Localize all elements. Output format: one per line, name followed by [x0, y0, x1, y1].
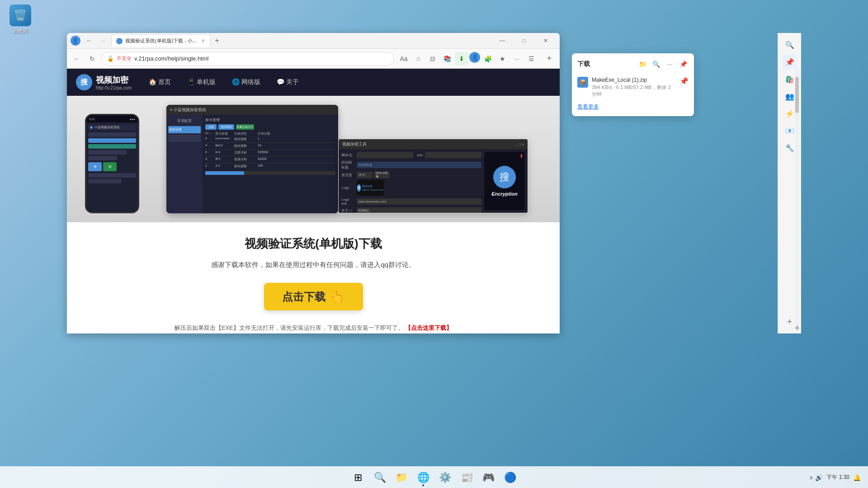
nav-about[interactable]: 💬 关于 [273, 76, 302, 88]
refresh-btn[interactable]: ↻ [86, 52, 99, 65]
sidebar-favorites-btn[interactable]: 📌 [783, 55, 797, 69]
file-explorer-icon: 📁 [396, 472, 408, 483]
browser-profile-avatar[interactable]: 👤 [71, 36, 80, 46]
speakers-icon[interactable]: 🔊 [815, 474, 823, 481]
browser-back-btn[interactable]: ← [84, 36, 94, 46]
split-view-btn[interactable]: ⊟ [426, 52, 439, 66]
edge2-icon: 🔵 [504, 472, 516, 483]
maximize-btn[interactable]: □ [514, 33, 534, 48]
widgets-btn[interactable]: 📰 [457, 468, 476, 488]
taskbar-center: ⊞ 🔍 📁 🌐 ⚙️ 📰 🎮 🔵 [348, 468, 520, 488]
download-file-meta: 394 KB/s · 6.1 MB/57.2 MB，剩余 2 分钟 [592, 84, 676, 98]
browser-addressbar: ← ↻ 🔓 不安全 v.21rpa.com/help/single.html A… [67, 49, 560, 69]
read-mode-btn[interactable]: Aa [397, 52, 410, 66]
download-file-name: MakeExe_Local (1).zip [592, 77, 676, 83]
notification-icon[interactable]: 🔔 [853, 474, 861, 481]
settings-taskbar-btn[interactable]: ⚙️ [435, 468, 455, 488]
collections-btn[interactable]: 📚 [440, 52, 454, 66]
minimize-btn[interactable]: — [492, 33, 513, 48]
hero-section: 9:41●●● 小蓝视频加密系统 [67, 96, 560, 222]
download-file-icon: 📦 [577, 77, 588, 88]
browser-forward-btn[interactable]: → [98, 36, 108, 46]
site-navbar: 搜 视频加密 http://v.21rpa.com 🏠 首页 📱 单机版 🌐 网… [67, 69, 560, 96]
main-screenshot: ≡ 小蓝视频加密系统 常用配置 系统设置 加卡管理 全部 [166, 105, 338, 213]
system-tray-icons: ∧ 🔊 [809, 474, 823, 481]
chevron-icon[interactable]: ∧ [809, 474, 813, 481]
download-note: 解压后如果双击【EXE】文件无法打开，请先安装运行库，下载完成后安装一下即可了。… [85, 324, 542, 332]
start-button[interactable]: ⊞ [348, 468, 368, 488]
nav-home[interactable]: 🏠 首页 [145, 76, 175, 88]
settings-icon: ⚙️ [439, 472, 451, 483]
browser-scrollbar[interactable]: ⚙ [795, 70, 799, 332]
taskbar: ⊞ 🔍 📁 🌐 ⚙️ 📰 🎮 🔵 [0, 466, 868, 488]
clock[interactable]: 下午 1:30 [826, 474, 849, 481]
download-button[interactable]: 点击下载 👆 [264, 283, 363, 310]
file-explorer-btn[interactable]: 📁 [392, 468, 411, 488]
page-title: 视频验证系统(单机版)下载 [85, 236, 542, 252]
bookmark-btn[interactable]: ☆ [411, 52, 425, 66]
close-btn[interactable]: ✕ [535, 33, 556, 48]
recycle-bin-label: 回收站 [13, 28, 28, 34]
desktop-recycle-bin[interactable]: 🗑️ 回收站 [5, 5, 36, 34]
encryption-text: Encryption [491, 191, 517, 197]
scrollbar-thumb[interactable] [795, 77, 799, 113]
site-logo-title: 视频加密 [96, 75, 132, 85]
edge-icon: 🌐 [417, 472, 429, 483]
search-taskbar-icon: 🔍 [374, 472, 386, 483]
download-panel-search-btn[interactable]: 🔍 [651, 59, 661, 70]
favorites-btn[interactable]: ★ [495, 52, 509, 66]
sidebar-icon[interactable]: ☰ [524, 52, 538, 66]
tab-title: 视频验证系统(单机版)下载 - 小... [125, 38, 197, 44]
click-cursor-icon: 👆 [329, 289, 345, 304]
search-taskbar-btn[interactable]: 🔍 [370, 468, 390, 488]
download-status-btn[interactable]: ⬇ [455, 52, 468, 66]
security-label: 不安全 [117, 55, 132, 62]
download-view-more[interactable]: 查看更多 [577, 103, 689, 111]
nav-network[interactable]: 🌐 网络版 [228, 76, 264, 88]
scroll-settings-icon[interactable]: ⚙ [795, 323, 799, 332]
download-panel-folder-btn[interactable]: 📁 [637, 59, 648, 70]
taskbar-right: ∧ 🔊 下午 1:30 🔔 [809, 474, 861, 481]
security-lock-icon: 🔓 [107, 56, 114, 62]
sidebar-add-btn[interactable]: + [542, 52, 556, 66]
download-panel: 下载 📁 🔍 ··· 📌 📦 MakeExe_Local (1).zip 394… [572, 53, 694, 116]
extensions-btn[interactable]: 🧩 [481, 52, 495, 66]
xbox-btn[interactable]: 🎮 [478, 468, 498, 488]
browser-content[interactable]: 搜 视频加密 http://v.21rpa.com 🏠 首页 📱 单机版 🌐 网… [67, 69, 560, 333]
browser-titlebar: 👤 ← → 视频验证系统(单机版)下载 - 小... ✕ + — □ ✕ [67, 33, 560, 49]
download-btn-text: 点击下载 [282, 290, 326, 304]
browser-window: 👤 ← → 视频验证系统(单机版)下载 - 小... ✕ + — □ ✕ ← ↻ [67, 33, 560, 333]
download-panel-pin-btn[interactable]: 📌 [678, 59, 689, 70]
site-logo-subtitle: http://v.21rpa.com [96, 85, 132, 90]
runtime-download-link[interactable]: 【点击这里下载】 [405, 324, 452, 331]
tab-close-btn[interactable]: ✕ [201, 38, 205, 44]
profile-picture-btn[interactable]: 👤 [469, 52, 480, 63]
nav-single[interactable]: 📱 单机版 [184, 76, 219, 88]
widgets-icon: 📰 [461, 472, 473, 483]
url-display[interactable]: v.21rpa.com/help/single.html [134, 55, 388, 62]
site-logo[interactable]: 搜 视频加密 http://v.21rpa.com [76, 74, 132, 90]
content-section: 视频验证系统(单机版)下载 感谢下载本软件，如果在使用过程中有任何问题，请进入q… [67, 222, 560, 333]
new-tab-btn[interactable]: + [212, 36, 222, 46]
browser-tab[interactable]: 视频验证系统(单机版)下载 - 小... ✕ [111, 34, 210, 47]
desktop: 🗑️ 回收站 下载 📁 🔍 ··· 📌 📦 MakeExe_Local (1).… [0, 0, 868, 488]
edge2-btn[interactable]: 🔵 [500, 468, 520, 488]
recycle-bin-icon: 🗑️ [9, 5, 31, 26]
back-btn[interactable]: ← [71, 52, 83, 65]
tool-screenshot: 视频加密工具 _ □ × 脚本名: Soft: [338, 139, 528, 213]
xbox-icon: 🎮 [482, 472, 495, 483]
sidebar-search-btn[interactable]: 🔍 [783, 38, 797, 52]
tab-favicon [116, 38, 123, 44]
download-panel-more-btn[interactable]: ··· [664, 59, 675, 70]
page-subtitle: 感谢下载本软件，如果在使用过程中有任何问题，请进入qq群讨论。 [85, 261, 542, 269]
download-item-pin[interactable]: 📌 [679, 77, 689, 85]
site-logo-icon: 搜 [76, 74, 92, 90]
mobile-screenshot: 9:41●●● 小蓝视频加密系统 [85, 114, 139, 213]
windows-icon: ⊞ [354, 472, 362, 483]
more-btn[interactable]: ··· [510, 52, 524, 66]
edge-browser-btn[interactable]: 🌐 [413, 468, 433, 488]
download-panel-title: 下载 [577, 60, 590, 68]
